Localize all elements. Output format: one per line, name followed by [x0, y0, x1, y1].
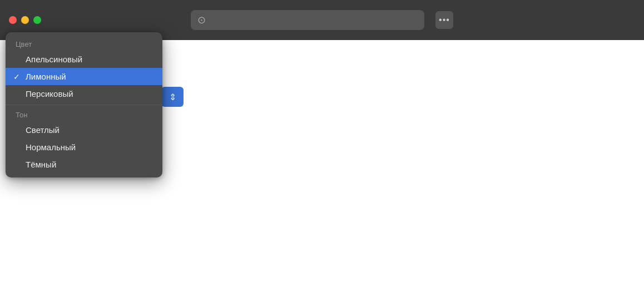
arrow-icon: ⇕ [169, 92, 176, 102]
menu-item-light-label: Светлый [26, 125, 60, 135]
more-button[interactable]: ••• [435, 11, 453, 29]
color-section-label: Цвет [6, 37, 162, 51]
tone-section-label: Тон [6, 107, 162, 121]
menu-item-normal-label: Нормальный [26, 142, 76, 152]
traffic-lights [9, 16, 41, 24]
menu-item-orange[interactable]: Апельсиновый [6, 51, 162, 68]
menu-item-peach-label: Персиковый [26, 89, 73, 98]
menu-item-dark-label: Тёмный [26, 160, 56, 169]
dropdown-menu: Цвет Апельсиновый ✓ Лимонный Персиковый … [6, 32, 162, 177]
minimize-button[interactable] [21, 16, 29, 24]
menu-item-normal[interactable]: Нормальный [6, 139, 162, 156]
app-element[interactable]: ⇕ [161, 87, 184, 107]
more-icon: ••• [439, 15, 450, 25]
menu-divider [6, 105, 162, 105]
menu-item-orange-label: Апельсиновый [26, 55, 82, 64]
checkmark-icon: ✓ [13, 72, 20, 81]
address-bar[interactable]: ⊙ [191, 10, 424, 30]
menu-item-lemon-label: Лимонный [26, 72, 66, 81]
compass-icon: ⊙ [197, 14, 206, 26]
menu-item-lemon[interactable]: ✓ Лимонный [6, 68, 162, 85]
close-button[interactable] [9, 16, 17, 24]
menu-item-peach[interactable]: Персиковый [6, 85, 162, 102]
menu-item-dark[interactable]: Тёмный [6, 156, 162, 173]
maximize-button[interactable] [33, 16, 41, 24]
menu-item-light[interactable]: Светлый [6, 121, 162, 139]
